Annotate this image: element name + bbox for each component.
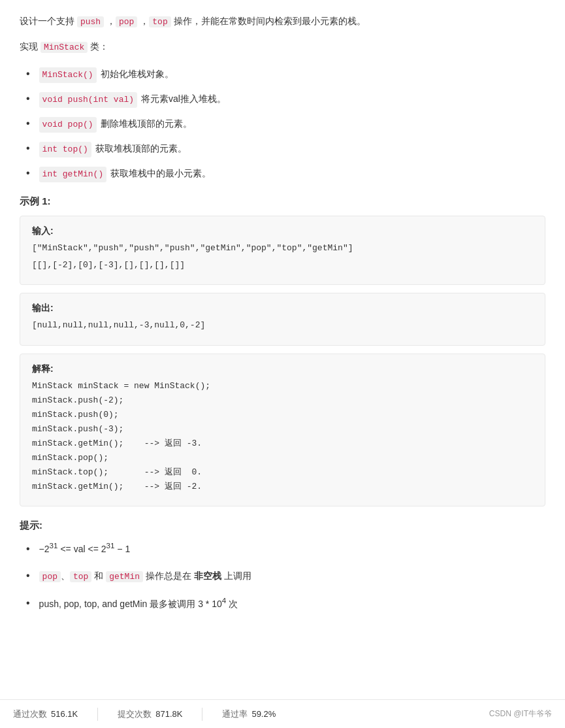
code-pop: pop — [116, 16, 137, 27]
list-item: void push(int val) 将元素val推入堆栈。 — [26, 90, 545, 108]
output-label: 输出: — [32, 303, 533, 314]
method-desc-3: 删除堆栈顶部的元素。 — [101, 116, 192, 132]
footer-pass: 通过次数 516.1K — [13, 708, 78, 720]
example-block: 输入: ["MinStack","push","push","push","ge… — [20, 216, 545, 285]
example-title: 示例 1: — [20, 195, 545, 208]
footer-rate-value: 59.2% — [251, 709, 276, 719]
method-code-5: int getMin() — [39, 167, 107, 182]
code-minstack: MinStack — [40, 42, 88, 53]
footer-bar: 通过次数 516.1K 提交次数 871.8K 通过率 59.2% CSDN @… — [0, 699, 565, 728]
list-item: int top() 获取堆栈顶部的元素。 — [26, 139, 545, 157]
footer-rate-label: 通过率 — [222, 708, 248, 720]
explain-code: MinStack minStack = new MinStack(); minS… — [32, 379, 533, 495]
method-desc-5: 获取堆栈中的最小元素。 — [110, 166, 211, 182]
footer-divider-1 — [97, 708, 98, 721]
output-block: 输出: [null,null,null,null,-3,null,0,-2] — [20, 293, 545, 345]
code-top: top — [149, 16, 170, 27]
method-desc-4: 获取堆栈顶部的元素。 — [95, 141, 187, 157]
code-push: push — [77, 16, 104, 27]
intro-paragraph: 设计一个支持 push ，pop ，top 操作，并能在常数时间内检索到最小元素… — [20, 13, 545, 29]
bold-nonempty: 非空栈 — [194, 571, 221, 581]
footer-submit-value: 871.8K — [155, 709, 182, 719]
hints-section: 提示: −231 <= val <= 231 − 1 pop、top 和 get… — [20, 520, 545, 613]
sup-4: 4 — [222, 596, 226, 604]
list-item: int getMin() 获取堆栈中的最小元素。 — [26, 164, 545, 182]
method-desc-1: 初始化堆栈对象。 — [101, 67, 174, 82]
footer-submit-label: 提交次数 — [118, 708, 152, 720]
explain-block: 解释: MinStack minStack = new MinStack(); … — [20, 354, 545, 507]
hint-item-3: push, pop, top, and getMin 最多被调用 3 * 104… — [26, 593, 545, 613]
footer-divider-2 — [202, 708, 202, 721]
sup-31b: 31 — [106, 541, 115, 550]
output-value: [null,null,null,null,-3,null,0,-2] — [32, 318, 533, 333]
hint-text-2: pop、top 和 getMin 操作总是在 非空栈 上调用 — [39, 568, 251, 584]
hint-text-1: −231 <= val <= 231 − 1 — [39, 538, 131, 557]
explain-label: 解释: — [32, 363, 533, 375]
example-section: 示例 1: 输入: ["MinStack","push","push","pus… — [20, 195, 545, 506]
hint-item-2: pop、top 和 getMin 操作总是在 非空栈 上调用 — [26, 567, 545, 586]
input-line2: [[],[-2],[0],[-3],[],[],[],[]] — [32, 258, 533, 273]
footer-pass-label: 通过次数 — [13, 708, 47, 720]
sup-31a: 31 — [50, 541, 58, 550]
footer-brand: CSDN @IT牛爷爷 — [489, 708, 552, 720]
footer-submit: 提交次数 871.8K — [118, 708, 182, 720]
method-code-1: MinStack() — [39, 67, 97, 83]
hints-list: −231 <= val <= 231 − 1 pop、top 和 getMin … — [20, 538, 545, 613]
method-code-2: void push(int val) — [39, 92, 137, 108]
method-list: MinStack() 初始化堆栈对象。 void push(int val) 将… — [20, 65, 545, 182]
list-item: void pop() 删除堆栈顶部的元素。 — [26, 114, 545, 133]
main-content: 设计一个支持 push ，pop ，top 操作，并能在常数时间内检索到最小元素… — [0, 0, 565, 660]
footer-rate: 通过率 59.2% — [222, 708, 276, 720]
method-code-4: int top() — [39, 142, 91, 157]
hint-item-1: −231 <= val <= 231 − 1 — [26, 538, 545, 558]
footer-pass-value: 516.1K — [51, 709, 78, 719]
input-line1: ["MinStack","push","push","push","getMin… — [32, 241, 533, 256]
hints-title: 提示: — [20, 520, 545, 532]
hint-code-getmin: getMin — [106, 571, 143, 582]
method-code-3: void pop() — [39, 117, 97, 133]
hint-code-top: top — [70, 571, 91, 582]
intro-minstack: 实现 MinStack 类： — [20, 39, 545, 55]
hint-code-pop: pop — [39, 571, 61, 582]
hint-text-3: push, pop, top, and getMin 最多被调用 3 * 104… — [39, 593, 238, 612]
method-desc-2: 将元素val推入堆栈。 — [141, 91, 226, 107]
list-item: MinStack() 初始化堆栈对象。 — [26, 65, 545, 83]
input-label: 输入: — [32, 225, 533, 237]
